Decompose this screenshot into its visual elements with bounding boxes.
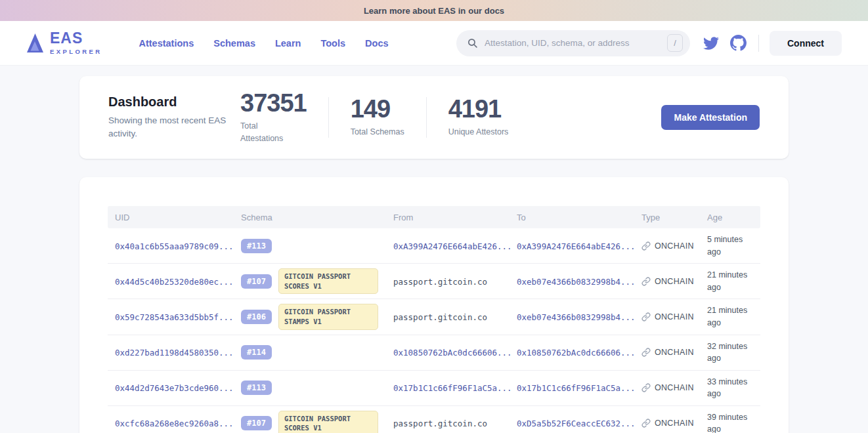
make-attestation-button[interactable]: Make Attestation <box>661 105 760 130</box>
schema-name-badge[interactable]: GITCOIN PASSPORT SCORES V1 <box>278 268 378 294</box>
from-address-link[interactable]: 0x17b1C1c66fF96F1aC5a... <box>393 383 512 393</box>
type-cell: ONCHAIN <box>634 277 700 286</box>
stat-label: Total Attestations <box>240 120 294 145</box>
schema-id-badge[interactable]: #106 <box>241 310 272 324</box>
column-header-uid: UID <box>108 213 234 222</box>
eas-logo[interactable]: EAS EXPLORER <box>26 31 102 55</box>
main-content: Dashboard Showing the most recent EAS ac… <box>79 76 789 433</box>
age-label: 21 minutes ago <box>707 270 747 292</box>
nav-schemas[interactable]: Schemas <box>213 38 255 49</box>
schema-cell: #113 <box>234 239 386 253</box>
from-address-link[interactable]: passport.gitcoin.co <box>393 277 487 287</box>
search-bar: / <box>456 30 690 56</box>
dashboard-card: Dashboard Showing the most recent EAS ac… <box>79 76 789 159</box>
connect-button[interactable]: Connect <box>770 31 842 56</box>
uid-cell: 0xcfc68a268e8ec9260a8... <box>108 417 234 429</box>
logo-title: EAS <box>50 31 102 46</box>
search-shortcut-key: / <box>667 34 683 52</box>
age-label: 21 minutes ago <box>707 306 747 327</box>
stat-label: Unique Attestors <box>448 126 509 138</box>
link-icon <box>641 241 651 251</box>
uid-link[interactable]: 0x44d5c40b25320de80ec... <box>115 277 234 287</box>
schema-cell: #107 GITCOIN PASSPORT SCORES V1 <box>234 411 386 433</box>
stat-value: 37351 <box>240 91 307 115</box>
page-title: Dashboard <box>108 94 230 110</box>
nav-attestations[interactable]: Attestations <box>139 38 194 49</box>
nav-tools[interactable]: Tools <box>320 38 345 49</box>
type-label: ONCHAIN <box>655 383 694 392</box>
schema-cell: #107 GITCOIN PASSPORT SCORES V1 <box>234 268 386 294</box>
schema-id-badge[interactable]: #113 <box>241 239 272 253</box>
from-address-link[interactable]: 0x10850762bAc0dc66606... <box>393 348 512 358</box>
twitter-icon[interactable] <box>703 35 719 51</box>
uid-link[interactable]: 0x59c728543a633d5bb5f... <box>115 312 234 322</box>
attestations-table-card: UID Schema From To Type Age 0x40a1c6b55a… <box>79 177 789 433</box>
logo-text: EAS EXPLORER <box>50 31 102 55</box>
link-icon <box>641 419 651 428</box>
docs-link[interactable]: our docs <box>468 6 504 16</box>
from-address-link[interactable]: passport.gitcoin.co <box>393 312 487 322</box>
from-cell: passport.gitcoin.co <box>386 311 510 323</box>
age-cell: 21 minutes ago <box>700 269 760 294</box>
schema-cell: #106 GITCOIN PASSPORT STAMPS V1 <box>234 304 386 329</box>
to-address-link[interactable]: 0x17b1C1c66fF96F1aC5a... <box>517 383 636 393</box>
type-label: ONCHAIN <box>655 312 694 321</box>
uid-cell: 0x44d2d7643e7b3cde960... <box>108 382 234 394</box>
header: EAS EXPLORER Attestations Schemas Learn … <box>0 21 868 66</box>
schema-id-badge[interactable]: #107 <box>241 274 272 289</box>
schema-name-badge[interactable]: GITCOIN PASSPORT SCORES V1 <box>278 411 378 433</box>
uid-link[interactable]: 0x40a1c6b55aaa9789c09... <box>115 241 234 251</box>
search-icon <box>467 37 478 49</box>
type-cell: ONCHAIN <box>634 241 700 251</box>
table-row: 0x44d5c40b25320de80ec... #107 GITCOIN PA… <box>108 264 760 299</box>
age-cell: 33 minutes ago <box>700 376 760 401</box>
age-label: 33 minutes ago <box>707 377 747 399</box>
table-header-row: UID Schema From To Type Age <box>108 206 760 228</box>
table-body: 0x40a1c6b55aaa9789c09... #113 0xA399A247… <box>108 228 760 433</box>
stat-value: 149 <box>351 96 404 121</box>
to-address-link[interactable]: 0xD5a5b52F6CeaccEC632... <box>517 419 636 428</box>
type-label: ONCHAIN <box>655 348 694 357</box>
from-cell: passport.gitcoin.co <box>386 417 510 429</box>
column-header-from: From <box>386 213 510 222</box>
stat-divider <box>328 97 329 138</box>
schema-name-badge[interactable]: GITCOIN PASSPORT STAMPS V1 <box>278 304 378 329</box>
uid-link[interactable]: 0xd227bad1198d4580350... <box>115 348 234 358</box>
from-address-link[interactable]: 0xA399A2476E664abE426... <box>393 241 512 251</box>
table-row: 0x59c728543a633d5bb5f... #106 GITCOIN PA… <box>108 299 760 335</box>
column-header-to: To <box>510 213 634 222</box>
stats-group: 37351 Total Attestations 149 Total Schem… <box>240 91 508 145</box>
github-icon[interactable] <box>730 35 747 51</box>
schema-cell: #113 <box>234 381 386 395</box>
from-address-link[interactable]: passport.gitcoin.co <box>393 419 487 428</box>
type-label: ONCHAIN <box>655 241 694 251</box>
to-address-link[interactable]: 0xeb07e4366b0832998b4... <box>517 277 636 287</box>
to-cell: 0x10850762bAc0dc66606... <box>510 346 634 358</box>
schema-id-badge[interactable]: #107 <box>241 416 272 430</box>
uid-link[interactable]: 0x44d2d7643e7b3cde960... <box>115 383 234 393</box>
type-cell: ONCHAIN <box>634 348 700 357</box>
uid-link[interactable]: 0xcfc68a268e8ec9260a8... <box>115 419 234 428</box>
stat-total-schemas: 149 Total Schemas <box>351 96 404 138</box>
dashboard-heading: Dashboard Showing the most recent EAS ac… <box>108 94 230 140</box>
social-links <box>703 35 747 51</box>
nav-docs[interactable]: Docs <box>365 38 388 49</box>
eas-triangle-icon <box>26 33 44 53</box>
promo-banner: Learn more about EAS in our docs <box>0 0 868 21</box>
table-row: 0x44d2d7643e7b3cde960... #113 0x17b1C1c6… <box>108 371 760 406</box>
schema-id-badge[interactable]: #113 <box>241 381 272 395</box>
age-label: 39 minutes ago <box>707 413 747 433</box>
table-row: 0xd227bad1198d4580350... #114 0x10850762… <box>108 335 760 371</box>
to-address-link[interactable]: 0x10850762bAc0dc66606... <box>517 348 636 358</box>
to-cell: 0x17b1C1c66fF96F1aC5a... <box>510 382 634 394</box>
promo-banner-text: Learn more about EAS in <box>364 6 466 16</box>
nav-learn[interactable]: Learn <box>275 38 301 49</box>
type-label: ONCHAIN <box>655 419 694 428</box>
logo-subtitle: EXPLORER <box>50 48 102 55</box>
schema-id-badge[interactable]: #114 <box>241 345 272 360</box>
schema-cell: #114 <box>234 345 386 360</box>
to-address-link[interactable]: 0xeb07e4366b0832998b4... <box>517 312 636 322</box>
search-input[interactable] <box>485 38 667 48</box>
age-cell: 21 minutes ago <box>700 304 760 329</box>
to-address-link[interactable]: 0xA399A2476E664abE426... <box>517 241 636 251</box>
